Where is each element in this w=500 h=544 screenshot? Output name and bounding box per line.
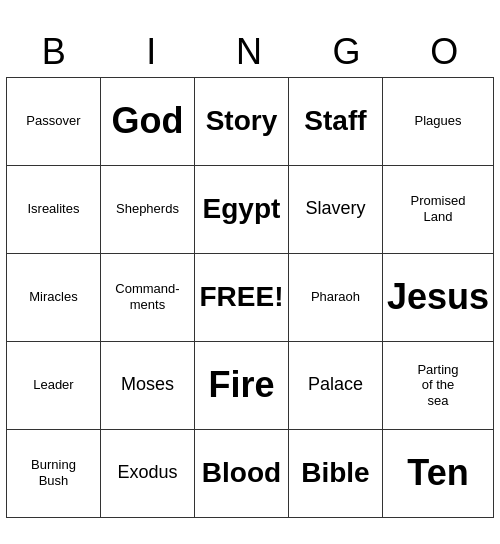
cell-r4-c0: BurningBush bbox=[6, 429, 100, 517]
header-g: G bbox=[299, 27, 397, 77]
cell-r4-c3: Bible bbox=[288, 429, 382, 517]
cell-r2-c3: Pharaoh bbox=[288, 253, 382, 341]
cell-r4-c2: Blood bbox=[194, 429, 288, 517]
header-i: I bbox=[104, 27, 202, 77]
cell-r0-c0: Passover bbox=[6, 77, 100, 165]
cell-r3-c3: Palace bbox=[288, 341, 382, 429]
cell-r1-c3: Slavery bbox=[288, 165, 382, 253]
cell-r2-c2: FREE! bbox=[194, 253, 288, 341]
cell-r2-c1: Command-ments bbox=[100, 253, 194, 341]
cell-r0-c3: Staff bbox=[288, 77, 382, 165]
cell-r3-c1: Moses bbox=[100, 341, 194, 429]
bingo-header: B I N G O bbox=[6, 27, 494, 77]
header-o: O bbox=[396, 27, 494, 77]
header-n: N bbox=[201, 27, 299, 77]
cell-r3-c0: Leader bbox=[6, 341, 100, 429]
cell-r2-c4: Jesus bbox=[382, 253, 493, 341]
bingo-grid: PassoverGodStoryStaffPlaguesIsrealitesSh… bbox=[6, 77, 494, 518]
cell-r4-c1: Exodus bbox=[100, 429, 194, 517]
cell-r3-c2: Fire bbox=[194, 341, 288, 429]
cell-r4-c4: Ten bbox=[382, 429, 493, 517]
cell-r1-c4: PromisedLand bbox=[382, 165, 493, 253]
cell-r0-c2: Story bbox=[194, 77, 288, 165]
cell-r2-c0: Miracles bbox=[6, 253, 100, 341]
cell-r1-c1: Shepherds bbox=[100, 165, 194, 253]
cell-r1-c2: Egypt bbox=[194, 165, 288, 253]
cell-r0-c4: Plagues bbox=[382, 77, 493, 165]
cell-r3-c4: Partingof thesea bbox=[382, 341, 493, 429]
cell-r0-c1: God bbox=[100, 77, 194, 165]
cell-r1-c0: Isrealites bbox=[6, 165, 100, 253]
header-b: B bbox=[6, 27, 104, 77]
